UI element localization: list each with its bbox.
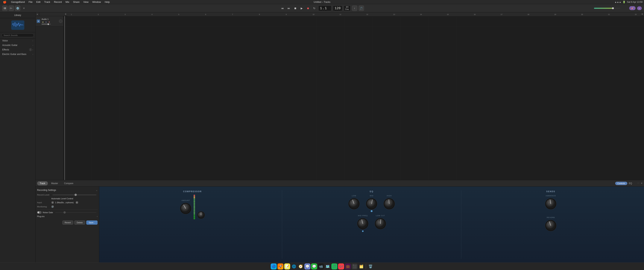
svg-text:14: 14 bbox=[420, 13, 422, 15]
dock-files[interactable]: 🗂️ bbox=[358, 263, 364, 269]
input-settings-btn[interactable]: ⚙ bbox=[76, 201, 78, 204]
apple-menu[interactable]: 🍎 bbox=[2, 0, 8, 4]
eq-midfreq-label: MID FREQ bbox=[358, 215, 368, 217]
dock-messages[interactable]: 💬 bbox=[311, 263, 317, 269]
dock-terminal[interactable]: ⬛ bbox=[352, 263, 358, 269]
menu-window[interactable]: Window bbox=[91, 0, 102, 4]
record-arm-btn[interactable]: R bbox=[48, 21, 50, 24]
sidebar: Library Voice › Acoustic Guitar › Effect… bbox=[0, 12, 36, 262]
eq-tab-btn[interactable]: EQ bbox=[629, 182, 632, 185]
recording-settings-collapse[interactable]: ⌄ bbox=[96, 189, 98, 191]
tuner-btn[interactable]: ♩ bbox=[352, 6, 357, 11]
dock-music[interactable]: 🎶 bbox=[338, 263, 344, 269]
save-btn[interactable]: Save... bbox=[86, 220, 98, 225]
menu-share[interactable]: Share bbox=[72, 0, 81, 4]
tab-compare[interactable]: Compare bbox=[62, 181, 76, 185]
record-level-slider[interactable] bbox=[52, 195, 96, 195]
score-btn[interactable]: ♪ bbox=[637, 6, 642, 10]
menu-file[interactable]: File bbox=[27, 0, 34, 4]
dock-maps[interactable]: 🗺️ bbox=[324, 263, 330, 269]
close-btn[interactable]: ✕ bbox=[21, 6, 26, 11]
time-sig-display[interactable]: 4/4 Cna. bbox=[344, 6, 350, 11]
dock-safari[interactable]: 🧭 bbox=[298, 263, 304, 269]
track-pan-knob[interactable] bbox=[59, 20, 62, 23]
cycle-btn[interactable]: ↻ bbox=[312, 6, 317, 11]
noise-gate-toggle[interactable] bbox=[37, 211, 42, 214]
sidebar-item-electric-guitar[interactable]: Electric Guitar and Bass › bbox=[0, 52, 36, 56]
panel-settings-btn[interactable]: ⋯ bbox=[637, 182, 639, 185]
menu-view[interactable]: View bbox=[82, 0, 90, 4]
metronome-btn[interactable]: 🎵 bbox=[359, 6, 364, 11]
noise-gate-slider[interactable] bbox=[55, 212, 96, 213]
revert-btn[interactable]: Revert bbox=[62, 220, 73, 225]
track-type-badge: A bbox=[37, 20, 40, 23]
dock-chrome[interactable]: 🌐 bbox=[291, 263, 297, 269]
monitoring-icon[interactable]: 🔊 bbox=[51, 205, 54, 208]
timeline-right-btn[interactable]: ✕ bbox=[640, 12, 644, 16]
controls-btn[interactable]: Controls bbox=[615, 182, 627, 185]
stop-btn[interactable]: ⏹ bbox=[293, 6, 298, 11]
sidebar-item-acoustic-guitar[interactable]: Acoustic Guitar › bbox=[0, 43, 36, 47]
settings-btn[interactable]: ⚙️ bbox=[15, 6, 20, 11]
ambience-knob[interactable] bbox=[545, 198, 557, 210]
svg-rect-28 bbox=[64, 16, 644, 180]
eq-low-label: LOW bbox=[352, 195, 356, 197]
menubar-battery: 🔋 bbox=[623, 1, 626, 3]
eq-mid-dot[interactable] bbox=[371, 210, 372, 212]
dock-trash[interactable]: 🗑️ bbox=[368, 263, 374, 269]
sends-knobs: AMBIENCE REVERB bbox=[545, 195, 557, 232]
track-lane-audio1[interactable] bbox=[64, 16, 644, 27]
menu-mix[interactable]: Mix bbox=[64, 0, 71, 4]
position-display[interactable]: 1.1 bbox=[318, 6, 331, 11]
plugins-row[interactable]: Plug-ins › bbox=[37, 215, 98, 217]
svg-text:7: 7 bbox=[232, 13, 233, 15]
eq-high-knob[interactable] bbox=[383, 198, 395, 210]
panel-collapse-btn[interactable]: ✕ bbox=[641, 182, 642, 185]
timeline-close-btn[interactable]: ✕ bbox=[64, 12, 68, 16]
tab-track[interactable]: Track bbox=[37, 181, 48, 185]
eq-low-knob[interactable] bbox=[348, 198, 360, 210]
eq-lowcut-knob[interactable] bbox=[374, 218, 386, 230]
dock-slack[interactable]: 💼 bbox=[345, 263, 351, 269]
dock-facetime[interactable]: 📹 bbox=[318, 263, 324, 269]
dock-discord[interactable]: 💬 bbox=[304, 263, 310, 269]
info-icon[interactable]: ℹ bbox=[29, 48, 32, 51]
mute-btn[interactable]: M bbox=[42, 21, 44, 24]
amount-knob[interactable] bbox=[180, 202, 192, 214]
eq-midfreq-knob[interactable] bbox=[357, 218, 369, 230]
dock-launchpad[interactable]: 🚀 bbox=[278, 263, 284, 269]
playhead bbox=[64, 16, 65, 180]
add-track-btn[interactable]: + bbox=[36, 12, 39, 16]
menu-track[interactable]: Track bbox=[43, 0, 52, 4]
tab-master[interactable]: Master bbox=[49, 181, 61, 185]
fast-forward-btn[interactable]: ⏭ bbox=[286, 6, 291, 11]
track-volume-slider[interactable] bbox=[42, 24, 51, 24]
menu-garageband[interactable]: GarageBand bbox=[10, 0, 26, 4]
record-btn[interactable]: ⏺ bbox=[306, 6, 310, 11]
dock-spotify[interactable]: 🎵 bbox=[331, 263, 337, 269]
sidebar-item-effects[interactable]: Effects ℹ › bbox=[0, 47, 36, 52]
compressor-bottom-knob[interactable] bbox=[197, 211, 205, 219]
library-toggle-btn[interactable] bbox=[2, 6, 8, 11]
eq-lowcut-label: LOW CUT bbox=[376, 215, 385, 217]
search-input[interactable] bbox=[2, 33, 34, 37]
eq-mid-knob[interactable] bbox=[366, 198, 378, 210]
menu-help[interactable]: Help bbox=[103, 0, 111, 4]
smart-controls-btn[interactable] bbox=[8, 6, 14, 11]
play-btn[interactable]: ▶ bbox=[299, 6, 304, 11]
menu-record[interactable]: Record bbox=[52, 0, 63, 4]
track-lanes[interactable] bbox=[64, 16, 644, 180]
tuner-btn-2[interactable]: 🎸 bbox=[629, 6, 636, 10]
delete-btn[interactable]: Delete bbox=[74, 220, 85, 225]
input-icon[interactable]: ● bbox=[51, 201, 54, 204]
sidebar-item-voice[interactable]: Voice › bbox=[0, 38, 36, 43]
reverb-knob[interactable] bbox=[545, 220, 557, 232]
dock-finder[interactable]: 🔵 bbox=[271, 263, 277, 269]
bpm-display[interactable]: 120 bbox=[333, 6, 342, 11]
solo-btn[interactable]: S bbox=[45, 21, 47, 24]
panel-bottom-buttons: Revert Delete Save... bbox=[37, 219, 98, 225]
dock-notes[interactable]: 📝 bbox=[284, 263, 290, 269]
menu-edit[interactable]: Edit bbox=[35, 0, 42, 4]
rewind-btn[interactable]: ⏮ bbox=[280, 6, 285, 11]
timeline-ruler: 1 2 3 4 5 6 7 8 9 10 11 12 13 14 bbox=[68, 12, 640, 16]
